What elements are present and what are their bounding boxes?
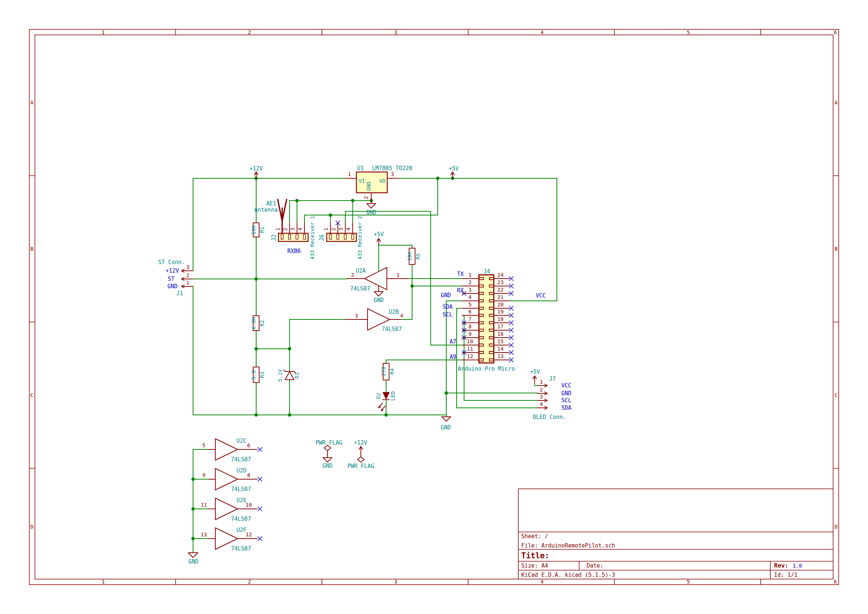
u1-pin1-number: 1	[348, 171, 351, 177]
j6-pin3-number: 3	[338, 228, 344, 231]
ae1-ref: AE1	[266, 200, 276, 207]
power-12v-top[interactable]: +12V	[250, 165, 263, 178]
j1-value: ST Conn.	[158, 259, 185, 266]
svg-text:2: 2	[468, 279, 471, 285]
component-r3[interactable]: 6.8 R3	[251, 367, 265, 382]
titleblock-rev-label: Rev:	[774, 562, 789, 569]
j1-pin2-label: ST	[168, 276, 175, 282]
j4-ref: J4	[484, 268, 490, 275]
component-u2f-buffer[interactable]: U2F 74LS07 13 12	[201, 527, 257, 552]
component-j4-arduino-pro-micro[interactable]: J4 1 2 3 4 5 6 7 8 9 10 11 12 24 23 22 2…	[458, 268, 515, 372]
net-label-rx: RX	[457, 287, 464, 294]
component-u1-regulator[interactable]: U1 LM7805_TO220 VI VO GND 1 3	[345, 165, 412, 193]
u2c-ref: U2C	[237, 438, 246, 444]
u2e-ref: U2E	[237, 497, 246, 504]
svg-text:15: 15	[498, 338, 504, 344]
pwr-flag-label: PWR_FLAG	[347, 463, 374, 469]
svg-text:B: B	[31, 246, 33, 252]
j6-pin4-number: 4	[345, 228, 351, 231]
svg-text:21: 21	[498, 294, 504, 300]
j7-pin1-number: 1	[540, 379, 543, 385]
u2d-pin-out: 8	[247, 472, 250, 478]
schematic-sheet: 1 2 3 4 5 6 1 2 3 4 5 6 A B C D A B C D …	[0, 0, 868, 614]
u1-pin2-number: 2	[363, 196, 369, 199]
d1-value: 5.1V	[277, 369, 283, 382]
titleblock-id: Id: 1/1	[774, 572, 797, 578]
titleblock-sheet: Sheet: /	[521, 533, 548, 540]
border-row-labels: A B C D A B C D	[31, 99, 838, 530]
component-j7-oled-connector[interactable]: J7 1 2 3 4 VCC GND SCL SDA OLED Conn.	[533, 376, 571, 420]
j7-value: OLED Conn.	[533, 414, 566, 420]
j2-pin4-number: 4	[297, 228, 303, 231]
component-r1[interactable]: 10K R1	[251, 223, 265, 237]
svg-text:5: 5	[468, 302, 471, 308]
power-gnd-u2a[interactable]: GND	[374, 285, 383, 303]
r2-value: 6.8K	[251, 317, 257, 330]
j2-description: 433 Receiver 1	[309, 216, 315, 260]
net-label-a9: A9	[450, 354, 456, 360]
svg-text:23: 23	[498, 279, 504, 285]
u1-pin-vo: VO	[379, 178, 385, 184]
j1-pin3-number: 3	[186, 264, 189, 270]
component-r5[interactable]: 10K R5	[406, 248, 421, 264]
svg-text:18: 18	[498, 316, 504, 322]
component-j1-st-connector[interactable]: ST Conn. +12V ST GND 3 2 1 J1	[158, 259, 193, 297]
titleblock-size: Size: A4	[521, 563, 548, 569]
svg-text:1: 1	[102, 579, 105, 584]
j1-pin3-label: +12V	[166, 267, 179, 274]
d2-ref: D2	[375, 393, 381, 399]
j1-pin1-label: GND	[167, 283, 177, 290]
power-5v-u2a[interactable]: +5V	[374, 231, 383, 244]
r3-value: 6.8	[251, 370, 257, 379]
power-5v-u1[interactable]: +5V	[448, 165, 459, 178]
component-u2a-buffer[interactable]: U2A 74LS07 2 1	[347, 267, 408, 292]
svg-text:11: 11	[467, 346, 473, 352]
svg-text:5: 5	[687, 30, 690, 35]
u2f-pin-in: 13	[201, 532, 207, 538]
svg-text:D: D	[835, 524, 837, 530]
svg-text:6: 6	[834, 30, 837, 35]
titleblock-date: Date:	[587, 563, 603, 569]
u2d-pin-in: 9	[202, 472, 205, 478]
component-d1-zener[interactable]: 5.1V D1	[277, 369, 300, 382]
component-u2b-buffer[interactable]: U2B 74LS07 3 4	[345, 309, 403, 333]
svg-text:6: 6	[468, 309, 471, 315]
power-12v-label: +12V	[250, 165, 263, 172]
u1-pin-vi: VI	[359, 178, 365, 184]
component-r4[interactable]: 270 R4	[381, 363, 395, 380]
j1-pin2-number: 2	[186, 272, 189, 278]
svg-text:C: C	[31, 392, 33, 398]
r1-ref: R1	[259, 227, 265, 233]
j1-ref: J1	[176, 290, 183, 297]
u2e-pin-in: 11	[201, 502, 207, 508]
component-j2-rx-connector[interactable]: 1 2 3 4 J2 RXB6 433 Receiver 1	[271, 216, 315, 260]
component-r2[interactable]: 6.8K R2	[251, 316, 265, 331]
component-u2e-buffer[interactable]: U2E 74LS07 11 10	[201, 497, 257, 522]
power-5v-j7[interactable]: +5V	[530, 368, 540, 383]
r3-ref: R3	[259, 372, 265, 378]
power-gnd-u1[interactable]: GND 2	[363, 193, 377, 216]
d2-value: LED	[390, 391, 396, 400]
component-u2d-buffer[interactable]: U2D 74LS07 9 8	[202, 467, 257, 493]
power-gnd-u2rail[interactable]: GND	[188, 553, 198, 565]
svg-text:4: 4	[468, 294, 471, 300]
j4-value: Arduino Pro Micro	[458, 365, 515, 372]
r4-ref: R4	[389, 368, 395, 375]
svg-text:A: A	[835, 99, 838, 106]
titleblock-title-label: Title:	[521, 551, 549, 560]
power-gnd-bottom[interactable]: GND	[441, 417, 451, 431]
titleblock-rev-value: 1.0	[793, 563, 802, 569]
svg-text:3: 3	[468, 287, 471, 293]
power-5v-label: +5V	[448, 165, 459, 172]
j2-pin3-number: 3	[290, 228, 296, 231]
svg-text:22: 22	[498, 287, 504, 293]
component-u2c-buffer[interactable]: U2C 74LS07 5 6	[202, 438, 257, 463]
component-d2-led[interactable]: D2 LED	[375, 391, 396, 410]
pwr-flag-12v[interactable]: +12V PWR_FLAG	[347, 440, 374, 469]
pwr-flag-gnd[interactable]: PWR_FLAG GND	[316, 440, 342, 469]
component-j6-rx-connector[interactable]: 1 2 3 4 J6 433 Receiver 2	[319, 216, 363, 260]
j2-pin1-number: 1	[275, 228, 281, 231]
u2c-pin-in: 5	[202, 442, 205, 448]
u2f-value: 74LS07	[231, 545, 251, 552]
net-label-vcc: VCC	[536, 292, 546, 299]
